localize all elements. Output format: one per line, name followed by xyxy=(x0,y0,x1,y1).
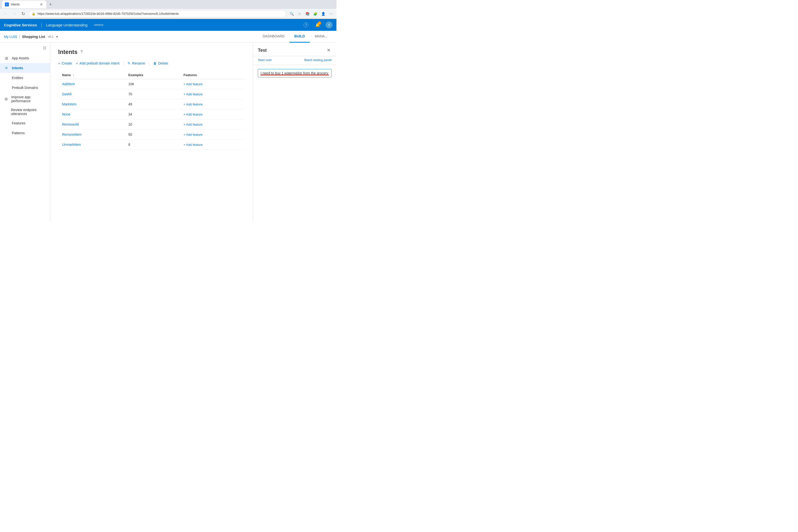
start-over-button[interactable]: Start over xyxy=(258,58,272,62)
intent-features-cell: + Add feature xyxy=(179,140,245,150)
intent-name-cell: None xyxy=(58,109,125,119)
delete-button[interactable]: 🗑 Delete xyxy=(153,60,168,66)
intent-link-removeall[interactable]: RemoveAll xyxy=(62,122,79,126)
table-row: RemoveAll 10 + Add feature xyxy=(58,119,245,130)
toolbar-separator-2 xyxy=(149,61,149,66)
add-feature-button-getall[interactable]: + Add feature xyxy=(184,92,203,96)
intents-icon: ≡ xyxy=(4,65,9,71)
brand-label: Cognitive Services xyxy=(4,23,37,27)
help-icon: ? xyxy=(303,22,308,27)
sidebar-item-review-utterances[interactable]: Review endpoint utterances xyxy=(0,106,50,118)
test-utterance-input[interactable] xyxy=(258,69,331,77)
page-title-row: Intents ? xyxy=(58,49,245,55)
notifications-button[interactable]: 🔔 5 xyxy=(314,21,322,29)
forward-button[interactable]: → xyxy=(11,10,18,17)
batch-testing-link[interactable]: Batch testing panel xyxy=(304,58,331,62)
breadcrumb-app-name: Shopping List xyxy=(22,35,45,39)
table-row: None 34 + Add feature xyxy=(58,109,245,119)
tab-manage[interactable]: MANA... xyxy=(310,31,332,43)
address-bar[interactable]: 🔒 https://www.luis.ai/applications/17283… xyxy=(28,10,286,18)
sidebar-collapse-button[interactable]: ⟨⟨ xyxy=(42,44,47,51)
add-feature-button-unmarkitem[interactable]: + Add feature xyxy=(184,143,203,147)
test-panel-close-button[interactable]: ✕ xyxy=(326,46,331,54)
sub-header: My LUIS / Shopping List v0.1 ▾ DASHBOARD… xyxy=(0,31,337,43)
intent-features-cell: + Add feature xyxy=(179,89,245,99)
region-label: - westus xyxy=(92,23,103,26)
sidebar-item-features[interactable]: Features xyxy=(0,118,50,128)
star-button[interactable]: ☆ xyxy=(296,10,303,17)
tab-favicon: I xyxy=(5,2,9,6)
test-input-area xyxy=(253,65,337,81)
prebuilt-domains-icon xyxy=(4,85,9,90)
url-text: https://www.luis.ai/applications/1728315… xyxy=(37,12,283,16)
table-row: RemoveItem 50 + Add feature xyxy=(58,130,245,140)
version-badge: v0.1 xyxy=(48,35,54,38)
breadcrumb-my-luis[interactable]: My LUIS xyxy=(4,35,17,39)
tab-close-button[interactable]: ✕ xyxy=(39,2,43,6)
column-header-features: Features xyxy=(179,71,245,79)
test-panel-actions: Start over Batch testing panel xyxy=(253,56,337,65)
rename-icon: ✎ xyxy=(128,61,131,65)
rename-button[interactable]: ✎ Rename xyxy=(128,60,145,66)
table-row: GetAll 70 + Add feature xyxy=(58,89,245,99)
reload-button[interactable]: ↻ xyxy=(20,10,26,17)
intent-link-markitem[interactable]: MarkItem xyxy=(62,102,76,106)
intent-link-getall[interactable]: GetAll xyxy=(62,92,72,96)
intent-features-cell: + Add feature xyxy=(179,130,245,140)
add-prebuilt-label: Add prebuilt domain intent xyxy=(79,61,119,65)
create-button[interactable]: + Create xyxy=(58,60,72,66)
help-button[interactable]: ? xyxy=(302,21,310,29)
tab-build[interactable]: BUILD xyxy=(289,31,310,43)
active-tab: I Intents ✕ xyxy=(2,0,46,8)
sidebar-label-entities: Entities xyxy=(12,76,23,80)
intent-name-cell: UnmarkItem xyxy=(58,140,125,150)
intent-link-unmarkitem[interactable]: UnmarkItem xyxy=(62,142,81,147)
tab-dashboard[interactable]: DASHBOARD xyxy=(258,31,289,43)
create-icon: + xyxy=(58,61,60,65)
add-feature-button-removeitem[interactable]: + Add feature xyxy=(184,133,203,136)
test-input-wrapper xyxy=(258,69,331,77)
sidebar-item-entities[interactable]: Entities xyxy=(0,73,50,83)
add-feature-button-none[interactable]: + Add feature xyxy=(184,113,203,116)
column-header-name[interactable]: Name ↑ xyxy=(58,71,125,79)
add-prebuilt-icon: + xyxy=(76,61,78,65)
browser-chrome: I Intents ✕ + ← → ↻ 🔒 https://www.luis.a… xyxy=(0,0,337,19)
page-help-icon[interactable]: ? xyxy=(80,50,83,54)
add-feature-button-additem[interactable]: + Add feature xyxy=(184,82,203,86)
add-prebuilt-button[interactable]: + Add prebuilt domain intent xyxy=(76,60,119,66)
intent-link-none[interactable]: None xyxy=(62,112,70,116)
app-header: Cognitive Services | Language Understand… xyxy=(0,19,337,31)
settings-button[interactable]: ⋯ xyxy=(327,10,335,17)
sidebar-item-patterns[interactable]: Patterns xyxy=(0,128,50,138)
add-feature-button-markitem[interactable]: + Add feature xyxy=(184,102,203,106)
sidebar-item-prebuilt-domains[interactable]: Prebuilt Domains xyxy=(0,83,50,93)
version-chevron-icon[interactable]: ▾ xyxy=(56,35,58,39)
column-header-examples: Examples xyxy=(125,71,179,79)
sidebar: ⟨⟨ ⊞ App Assets ≡ Intents Entities Prebu… xyxy=(0,43,50,222)
intent-examples-cell: 8 xyxy=(125,140,179,150)
sidebar-item-intents[interactable]: ≡ Intents xyxy=(0,63,50,73)
intent-link-additem[interactable]: AddItem xyxy=(62,82,75,86)
intent-examples-cell: 106 xyxy=(125,79,179,89)
service-label: Language Understanding xyxy=(46,23,88,27)
back-button[interactable]: ← xyxy=(2,10,9,17)
add-feature-button-removeall[interactable]: + Add feature xyxy=(184,123,203,126)
new-tab-button[interactable]: + xyxy=(47,2,54,7)
intent-link-removeitem[interactable]: RemoveItem xyxy=(62,133,81,136)
improve-performance-icon: ⚙ xyxy=(4,97,8,101)
sidebar-item-app-assets[interactable]: ⊞ App Assets xyxy=(0,53,50,63)
test-panel-header: Test ✕ xyxy=(253,43,337,56)
collections-button[interactable]: 📚 xyxy=(304,10,311,17)
sidebar-label-review-utterances: Review endpoint utterances xyxy=(11,108,46,116)
table-header: Name ↑ Examples Features xyxy=(58,71,245,79)
sidebar-item-improve-performance[interactable]: ⚙ Improve app performance xyxy=(0,93,50,106)
table-row: MarkItem 49 + Add feature xyxy=(58,99,245,109)
profile-button[interactable]: 👤 xyxy=(320,10,327,17)
user-avatar[interactable]: A xyxy=(326,21,332,28)
nav-actions: 🔍 ☆ 📚 🧩 👤 ⋯ xyxy=(288,10,335,17)
extensions-button[interactable]: 🧩 xyxy=(312,10,319,17)
test-panel-title: Test xyxy=(258,48,326,53)
zoom-button[interactable]: 🔍 xyxy=(288,10,295,17)
rename-label: Rename xyxy=(132,61,145,65)
header-divider: | xyxy=(41,22,42,27)
